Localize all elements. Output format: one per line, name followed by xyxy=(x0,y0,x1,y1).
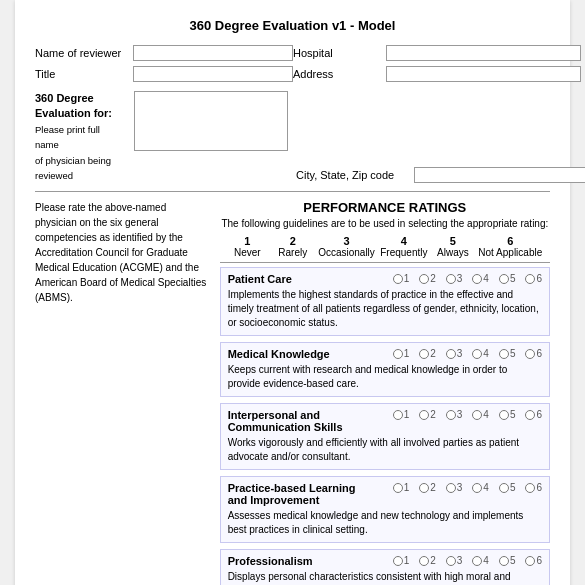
competency-patient-care: Patient Care 1 2 3 4 5 6 Implements the … xyxy=(220,267,550,336)
page-container: 360 Degree Evaluation v1 - Model Name of… xyxy=(15,0,570,585)
evaluation-for-label: 360 DegreeEvaluation for: Please print f… xyxy=(35,91,126,183)
professionalism-radio-2[interactable]: 2 xyxy=(419,555,436,566)
hospital-label: Hospital xyxy=(293,47,378,59)
ratings-divider xyxy=(220,262,550,263)
interpersonal-radio-4[interactable]: 4 xyxy=(472,409,489,420)
medical-knowledge-radio-6[interactable]: 6 xyxy=(525,348,542,359)
practice-based-desc: Assesses medical knowledge and new techn… xyxy=(228,509,542,537)
interpersonal-radio-group: 1 2 3 4 5 6 xyxy=(393,409,542,420)
address-label: Address xyxy=(293,68,378,80)
medical-knowledge-desc: Keeps current with research and medical … xyxy=(228,363,542,391)
city-state-zip-label: City, State, Zip code xyxy=(296,169,406,181)
scale-5: 5 Always xyxy=(433,235,473,258)
professionalism-radio-6[interactable]: 6 xyxy=(525,555,542,566)
patient-care-radio-6[interactable]: 6 xyxy=(525,273,542,284)
title-input[interactable] xyxy=(133,66,293,82)
page-title: 360 Degree Evaluation v1 - Model xyxy=(35,18,550,33)
evaluation-for-input[interactable] xyxy=(134,91,288,151)
practice-based-radio-group: 1 2 3 4 5 6 xyxy=(393,482,542,493)
competency-practice-based-title: Practice-based Learningand Improvement xyxy=(228,482,393,506)
practice-based-radio-4[interactable]: 4 xyxy=(472,482,489,493)
scale-6: 6 Not Applicable xyxy=(478,235,542,258)
interpersonal-radio-2[interactable]: 2 xyxy=(419,409,436,420)
professionalism-radio-group: 1 2 3 4 5 6 xyxy=(393,555,542,566)
medical-knowledge-radio-2[interactable]: 2 xyxy=(419,348,436,359)
address-input[interactable] xyxy=(386,66,581,82)
practice-based-radio-6[interactable]: 6 xyxy=(525,482,542,493)
patient-care-radio-2[interactable]: 2 xyxy=(419,273,436,284)
competency-medical-knowledge-title: Medical Knowledge xyxy=(228,348,393,360)
patient-care-radio-1[interactable]: 1 xyxy=(393,273,410,284)
name-of-reviewer-input[interactable] xyxy=(133,45,293,61)
competency-interpersonal: Interpersonal andCommunication Skills 1 … xyxy=(220,403,550,470)
practice-based-radio-1[interactable]: 1 xyxy=(393,482,410,493)
patient-care-radio-group: 1 2 3 4 5 6 xyxy=(393,273,542,284)
instructions-text: Please rate the above-named physician on… xyxy=(35,200,210,585)
professionalism-radio-5[interactable]: 5 xyxy=(499,555,516,566)
interpersonal-radio-3[interactable]: 3 xyxy=(446,409,463,420)
professionalism-radio-3[interactable]: 3 xyxy=(446,555,463,566)
scale-2: 2 Rarely xyxy=(273,235,313,258)
patient-care-radio-5[interactable]: 5 xyxy=(499,273,516,284)
practice-based-radio-5[interactable]: 5 xyxy=(499,482,516,493)
interpersonal-radio-6[interactable]: 6 xyxy=(525,409,542,420)
professionalism-desc: Displays personal characteristics consis… xyxy=(228,570,542,585)
scale-3: 3 Occasionally xyxy=(318,235,375,258)
competency-patient-care-title: Patient Care xyxy=(228,273,393,285)
evaluation-for-sub: Please print full nameof physician being… xyxy=(35,124,111,181)
ratings-subtitle: The following guidelines are to be used … xyxy=(220,218,550,229)
interpersonal-desc: Works vigorously and efficiently with al… xyxy=(228,436,542,464)
patient-care-desc: Implements the highest standards of prac… xyxy=(228,288,542,330)
competency-interpersonal-title: Interpersonal andCommunication Skills xyxy=(228,409,393,433)
ratings-scale: 1 Never 2 Rarely 3 Occasionally 4 Freque… xyxy=(220,235,550,258)
medical-knowledge-radio-group: 1 2 3 4 5 6 xyxy=(393,348,542,359)
competency-professionalism: Professionalism 1 2 3 4 5 6 Displays per… xyxy=(220,549,550,585)
ratings-title: PERFORMANCE RATINGS xyxy=(220,200,550,215)
interpersonal-radio-1[interactable]: 1 xyxy=(393,409,410,420)
interpersonal-radio-5[interactable]: 5 xyxy=(499,409,516,420)
scale-4: 4 Frequently xyxy=(380,235,427,258)
city-state-zip-input[interactable] xyxy=(414,167,585,183)
patient-care-radio-4[interactable]: 4 xyxy=(472,273,489,284)
professionalism-radio-1[interactable]: 1 xyxy=(393,555,410,566)
professionalism-radio-4[interactable]: 4 xyxy=(472,555,489,566)
competency-practice-based: Practice-based Learningand Improvement 1… xyxy=(220,476,550,543)
section-divider xyxy=(35,191,550,192)
medical-knowledge-radio-4[interactable]: 4 xyxy=(472,348,489,359)
competency-professionalism-title: Professionalism xyxy=(228,555,393,567)
competency-medical-knowledge: Medical Knowledge 1 2 3 4 5 6 Keeps curr… xyxy=(220,342,550,397)
practice-based-radio-2[interactable]: 2 xyxy=(419,482,436,493)
practice-based-radio-3[interactable]: 3 xyxy=(446,482,463,493)
patient-care-radio-3[interactable]: 3 xyxy=(446,273,463,284)
medical-knowledge-radio-5[interactable]: 5 xyxy=(499,348,516,359)
scale-1: 1 Never xyxy=(227,235,267,258)
medical-knowledge-radio-3[interactable]: 3 xyxy=(446,348,463,359)
medical-knowledge-radio-1[interactable]: 1 xyxy=(393,348,410,359)
hospital-input[interactable] xyxy=(386,45,581,61)
name-of-reviewer-label: Name of reviewer xyxy=(35,47,125,59)
title-label: Title xyxy=(35,68,125,80)
